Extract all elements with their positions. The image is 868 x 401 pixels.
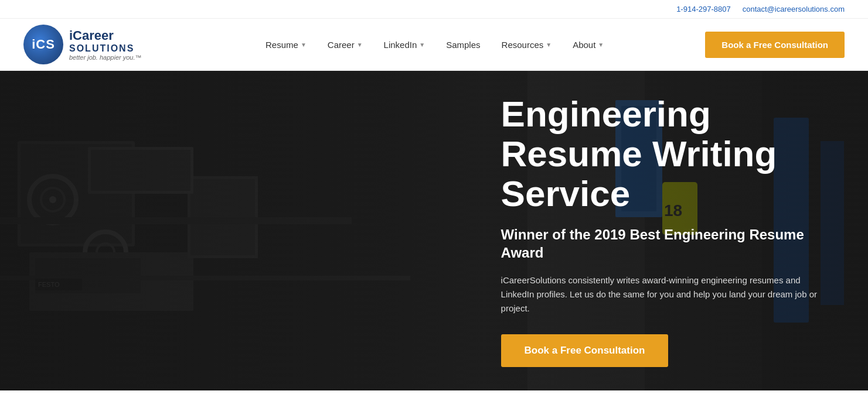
hero-content: Engineering Resume Writing Service Winne… [0, 71, 868, 390]
hero-title: Engineering Resume Writing Service [501, 94, 833, 214]
chevron-down-icon: ▼ [301, 42, 307, 48]
logo-text: iCareer SOLUTIONS better job. happier yo… [69, 28, 142, 61]
nav-item-about[interactable]: About ▼ [563, 34, 613, 56]
nav-item-resume[interactable]: Resume ▼ [256, 34, 316, 56]
hero-text-area: Engineering Resume Writing Service Winne… [478, 71, 868, 390]
logo-brand-top: iCareer [69, 28, 142, 43]
top-bar: 1-914-297-8807 contact@icareersolutions.… [0, 0, 868, 19]
logo-brand-bottom: SOLUTIONS [69, 43, 142, 54]
main-nav: Resume ▼ Career ▼ LinkedIn ▼ Samples Res… [176, 34, 693, 56]
nav-item-linkedin[interactable]: LinkedIn ▼ [375, 34, 435, 56]
logo-link[interactable]: iCS iCareer SOLUTIONS better job. happie… [23, 25, 176, 64]
nav-item-resources[interactable]: Resources ▼ [492, 34, 561, 56]
logo-circle: iCS [23, 25, 63, 64]
nav-item-samples[interactable]: Samples [437, 34, 489, 56]
logo-tagline: better job. happier you.™ [69, 54, 142, 61]
chevron-down-icon: ▼ [419, 42, 425, 48]
hero-cta-button[interactable]: Book a Free Consultation [501, 334, 669, 367]
hero-description: iCareerSolutions consistently writes awa… [501, 273, 833, 316]
nav-item-career[interactable]: Career ▼ [318, 34, 372, 56]
email-link[interactable]: contact@icareersolutions.com [743, 5, 845, 13]
header: iCS iCareer SOLUTIONS better job. happie… [0, 19, 868, 71]
chevron-down-icon: ▼ [546, 42, 552, 48]
chevron-down-icon: ▼ [598, 42, 604, 48]
header-cta-button[interactable]: Book a Free Consultation [705, 32, 845, 58]
chevron-down-icon: ▼ [357, 42, 363, 48]
hero-subtitle: Winner of the 2019 Best Engineering Resu… [501, 225, 833, 262]
phone-link[interactable]: 1-914-297-8807 [676, 5, 731, 13]
hero-section: FESTO 18 Engineering Resume Writing Serv… [0, 71, 868, 390]
logo-initials: iCS [32, 37, 55, 52]
